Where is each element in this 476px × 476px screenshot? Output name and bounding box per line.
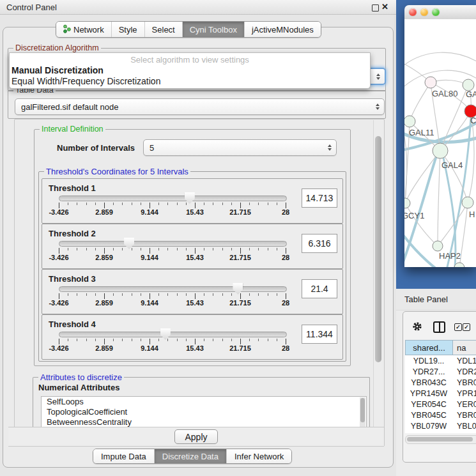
- network-canvas[interactable]: GAL80GACGAL11GAL4GCY1HHAP2: [404, 19, 476, 267]
- tick-label: 28: [282, 299, 289, 307]
- attributes-scrollbar[interactable]: [360, 397, 365, 427]
- settings-scrollbar-track[interactable]: [373, 120, 383, 445]
- threshold-row: Threshold 2 -3.4262.8599.14415.4321.7152…: [42, 224, 343, 269]
- network-node-gal80[interactable]: [425, 77, 436, 88]
- cell-name: YBL0: [452, 420, 476, 431]
- group-title-interval-definition: Interval Definition: [40, 125, 105, 134]
- tick-label: 9.144: [141, 344, 158, 352]
- table-data-combobox[interactable]: galFiltered.sif default node: [15, 98, 385, 115]
- gear-icon[interactable]: [412, 321, 422, 334]
- minimize-traffic-light-icon[interactable]: [420, 8, 428, 16]
- tick-label: 15.43: [186, 299, 204, 307]
- column-header-shared-name[interactable]: shared...: [406, 341, 453, 355]
- threshold-label: Threshold 2: [49, 229, 96, 238]
- table-panel-region: Table Panel ✓ ✓ shared... na YDL19...YDL…: [396, 289, 476, 476]
- tab-infer-network[interactable]: Infer Network: [226, 449, 291, 463]
- interval-definition-group: Interval Definition Number of Intervals …: [34, 129, 351, 366]
- table-panel-titlebar: Table Panel: [396, 289, 476, 311]
- tab-impute-data[interactable]: Impute Data: [93, 449, 154, 463]
- network-node-gcy1[interactable]: [404, 198, 410, 208]
- tab-cyni-toolbox[interactable]: Cyni Toolbox: [182, 22, 244, 37]
- threshold-row: Threshold 1 -3.4262.8599.14415.4321.7152…: [42, 178, 343, 224]
- panel-title: Control Panel: [6, 3, 57, 12]
- cell-name: YER0: [452, 399, 476, 410]
- network-node-label: GAL11: [409, 128, 434, 137]
- table-row[interactable]: YBR043CYBR0: [405, 377, 476, 388]
- split-columns-icon[interactable]: [433, 321, 445, 333]
- popup-option-equal-width-frequency[interactable]: Equal Width/Frequency Discretization: [11, 76, 369, 87]
- network-edge[interactable]: [410, 82, 431, 121]
- popup-option-manual-discretization[interactable]: Manual Discretization: [11, 65, 369, 76]
- network-node-gal11[interactable]: [404, 116, 415, 127]
- table-row[interactable]: YDR27...YDR2: [405, 366, 476, 377]
- table-data-combobox-value: galFiltered.sif default node: [21, 102, 118, 112]
- attribute-list-item[interactable]: BetweennessCentrality: [42, 417, 366, 427]
- tab-network[interactable]: Network: [56, 22, 111, 37]
- network-graph: GAL80GACGAL11GAL4GCY1HHAP2: [404, 19, 476, 267]
- threshold-value-field[interactable]: 11.344: [302, 325, 337, 344]
- checkbox-icon[interactable]: ✓: [454, 323, 462, 331]
- table-row[interactable]: YDL19...YDL1: [405, 355, 476, 366]
- number-of-intervals-combobox[interactable]: 5: [143, 139, 337, 156]
- table-row[interactable]: YER054CYER0: [405, 399, 476, 410]
- table-row[interactable]: YBR045CYBR0: [405, 410, 476, 420]
- tab-style[interactable]: Style: [111, 22, 144, 37]
- cell-name: YDR2: [452, 366, 476, 377]
- close-traffic-light-icon[interactable]: [409, 8, 417, 16]
- cell-shared-name: YDL19...: [405, 355, 452, 366]
- network-edge[interactable]: [404, 52, 476, 69]
- table-row[interactable]: YPR145WYPR1: [405, 388, 476, 399]
- threshold-label: Threshold 1: [49, 183, 96, 193]
- numerical-attributes-list[interactable]: SelfLoopsTopologicalCoefficientBetweenne…: [41, 396, 367, 429]
- tab-select[interactable]: Select: [144, 22, 182, 37]
- table-panel-title: Table Panel: [404, 295, 448, 304]
- threshold-label: Threshold 3: [49, 274, 96, 284]
- threshold-slider-track[interactable]: [59, 332, 287, 337]
- node-table: shared... na YDL19...YDL1YDR27...YDR2YBR…: [405, 340, 476, 433]
- float-window-icon[interactable]: [372, 4, 379, 12]
- network-window-titlebar[interactable]: [404, 5, 476, 20]
- checkbox-icon[interactable]: ✓: [463, 323, 470, 331]
- network-node-gal4[interactable]: [433, 143, 448, 158]
- tick-label: 21.715: [229, 344, 251, 352]
- cytoscape-desktop: GAL80GACGAL11GAL4GCY1HHAP2: [396, 0, 476, 289]
- cell-name: YBR0: [452, 377, 476, 388]
- attribute-list-item[interactable]: TopologicalCoefficient: [42, 407, 366, 417]
- threshold-slider-ticks: [59, 203, 286, 208]
- tick-label: 28: [282, 254, 289, 261]
- table-row[interactable]: YLR345WYLR3: [405, 431, 476, 433]
- tab-jactivemnodules[interactable]: jActiveMNodules: [244, 22, 321, 37]
- tick-label: 28: [282, 208, 289, 216]
- cell-shared-name: YBR043C: [405, 377, 452, 388]
- threshold-slider-track[interactable]: [59, 241, 287, 247]
- close-icon[interactable]: ✕: [381, 2, 388, 12]
- apply-button[interactable]: Apply: [174, 429, 218, 444]
- threshold-slider-track[interactable]: [59, 286, 287, 292]
- network-node-hap2[interactable]: [433, 241, 443, 251]
- attribute-list-item[interactable]: SelfLoops: [42, 397, 366, 407]
- tick-label: 2.859: [95, 299, 113, 307]
- column-header-name[interactable]: na: [453, 341, 476, 355]
- threshold-tick-labels: -3.4262.8599.14415.4321.71528: [59, 254, 286, 262]
- tick-label: -3.426: [49, 344, 68, 352]
- threshold-value-field[interactable]: 6.316: [302, 234, 337, 253]
- table-header-row: shared... na: [405, 340, 476, 355]
- settings-scrollpane: Interval Definition Number of Intervals …: [14, 119, 385, 447]
- network-edge[interactable]: [438, 151, 440, 246]
- table-row[interactable]: YBL079WYBL0: [405, 420, 476, 431]
- numerical-attributes-heading: Numerical Attributes: [38, 383, 119, 392]
- threshold-value-field[interactable]: 21.4: [302, 279, 337, 298]
- table-rows: YDL19...YDL1YDR27...YDR2YBR043CYBR0YPR14…: [405, 355, 476, 433]
- threshold-slider-track[interactable]: [59, 196, 287, 201]
- tick-label: 15.43: [186, 344, 204, 352]
- zoom-traffic-light-icon[interactable]: [432, 8, 440, 16]
- network-icon: [63, 24, 71, 35]
- settings-scrollbar-thumb[interactable]: [375, 136, 381, 362]
- network-node-h[interactable]: [462, 197, 473, 208]
- threshold-tick-labels: -3.4262.8599.14415.4321.71528: [59, 344, 286, 353]
- tab-discretize-data[interactable]: Discretize Data: [154, 449, 226, 463]
- table-horizontal-scrollbar[interactable]: [405, 435, 476, 444]
- network-view-window[interactable]: GAL80GACGAL11GAL4GCY1HHAP2: [404, 5, 476, 267]
- threshold-value-field[interactable]: 14.713: [302, 188, 337, 208]
- tick-label: 9.144: [141, 254, 158, 261]
